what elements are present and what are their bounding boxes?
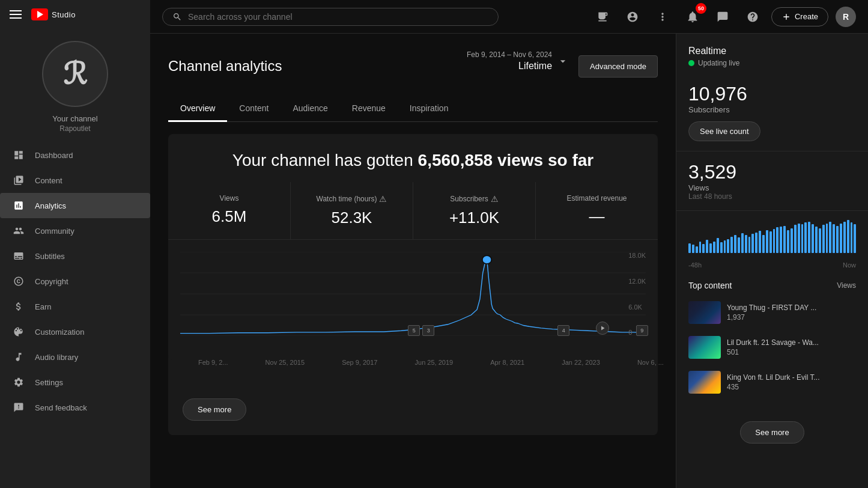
- bar-item: [808, 222, 810, 253]
- sidebar-item-analytics[interactable]: Analytics: [0, 193, 150, 218]
- content-item-3[interactable]: King Von ft. Lil Durk - Evil T... 435: [676, 365, 868, 400]
- sidebar-item-dashboard[interactable]: Dashboard: [0, 142, 150, 168]
- tab-inspiration[interactable]: Inspiration: [398, 96, 461, 122]
- svg-point-5: [482, 256, 492, 264]
- content-item-2[interactable]: Lil Durk ft. 21 Savage - Wa... 501: [676, 330, 868, 365]
- bar-item: [787, 230, 789, 254]
- see-more-button[interactable]: See more: [183, 398, 246, 421]
- chart-play-icon[interactable]: [596, 322, 609, 335]
- content-name-2: Lil Durk ft. 21 Savage - Wa...: [727, 338, 856, 347]
- channel-switcher-btn[interactable]: [591, 5, 614, 28]
- tab-revenue[interactable]: Revenue: [340, 96, 398, 122]
- analytics-header: Channel analytics Feb 9, 2014 – Nov 6, 2…: [168, 34, 658, 96]
- subscribers-info-icon[interactable]: ⚠: [491, 194, 499, 204]
- sidebar-item-label: Subtitles: [35, 252, 65, 261]
- live-indicator: [688, 60, 694, 66]
- stat-views: Views 6.5M: [168, 182, 291, 239]
- content-thumb-3: [688, 371, 721, 394]
- tab-audience[interactable]: Audience: [281, 96, 339, 122]
- bar-item: [773, 229, 775, 253]
- watch-time-info-icon[interactable]: ⚠: [379, 194, 387, 204]
- bar-item: [766, 230, 768, 254]
- bar-item: [688, 243, 691, 254]
- see-more-realtime-button[interactable]: See more: [740, 421, 804, 444]
- sidebar: Studio ℛ Your channel Rapoutlet Dashboar…: [0, 0, 150, 488]
- sidebar-item-customization[interactable]: Customization: [0, 319, 150, 344]
- views-realtime-label: Views: [688, 183, 856, 192]
- hamburger-icon[interactable]: [10, 10, 22, 19]
- top-content-title: Top content: [688, 281, 732, 290]
- bar-item: [762, 235, 765, 253]
- sidebar-item-label: Analytics: [35, 201, 66, 210]
- notifications-btn[interactable]: 50: [681, 5, 704, 28]
- bar-item: [734, 235, 736, 253]
- watch-time-value: 52.3K: [305, 209, 398, 227]
- bar-item: [815, 227, 818, 253]
- sidebar-item-label: Content: [35, 176, 62, 185]
- content-info-1: Young Thug - FIRST DAY ... 1,937: [727, 303, 856, 322]
- help-btn[interactable]: [741, 5, 764, 28]
- chevron-down-icon[interactable]: [557, 55, 569, 67]
- content-info-3: King Von ft. Lil Durk - Evil T... 435: [727, 373, 856, 391]
- hero-section: Your channel has gotten 6,560,858 views …: [168, 134, 658, 170]
- channel-icon-btn[interactable]: [621, 5, 644, 28]
- bar-item: [829, 222, 831, 253]
- sidebar-item-community[interactable]: Community: [0, 218, 150, 243]
- chart-thumbnails-3: 9: [636, 325, 648, 336]
- sidebar-item-label: Settings: [35, 378, 63, 387]
- yt-studio-logo[interactable]: Studio: [31, 8, 76, 20]
- bar-item: [699, 242, 702, 253]
- sidebar-item-settings[interactable]: Settings: [0, 370, 150, 395]
- analytics-chart: 18.0K 12.0K 6.0K 0 5 3 4 9: [168, 240, 658, 360]
- sidebar-item-earn[interactable]: Earn: [0, 294, 150, 319]
- sidebar-item-content[interactable]: Content: [0, 168, 150, 193]
- tab-content[interactable]: Content: [227, 96, 281, 122]
- user-avatar[interactable]: R: [836, 7, 856, 27]
- sidebar-item-subtitles[interactable]: Subtitles: [0, 243, 150, 269]
- bar-item: [769, 231, 772, 253]
- bar-item: [730, 237, 733, 254]
- top-content-header: Top content Views: [676, 271, 868, 295]
- feedback-icon: [12, 401, 25, 414]
- bar-item: [709, 243, 712, 254]
- create-label: Create: [795, 12, 818, 21]
- channel-handle: Rapoutlet: [59, 124, 90, 133]
- tab-overview[interactable]: Overview: [168, 96, 227, 122]
- bar-item: [812, 224, 814, 253]
- sidebar-item-label: Audio library: [35, 353, 78, 362]
- community-icon: [12, 224, 25, 237]
- chart-x-labels: Feb 9, 2... Nov 25, 2015 Sep 9, 2017 Jun…: [186, 354, 676, 371]
- see-more-section: See more: [168, 377, 658, 435]
- revenue-value: —: [550, 207, 643, 226]
- content-views-3: 435: [727, 383, 856, 391]
- sidebar-item-audio-library[interactable]: Audio library: [0, 344, 150, 370]
- comments-btn[interactable]: [711, 5, 734, 28]
- bar-item: [780, 227, 782, 253]
- bar-item: [759, 231, 761, 253]
- content-item-1[interactable]: Young Thug - FIRST DAY ... 1,937: [676, 295, 868, 330]
- main-content: Channel analytics Feb 9, 2014 – Nov 6, 2…: [150, 34, 676, 488]
- sidebar-item-label: Customization: [35, 328, 84, 337]
- advanced-mode-button[interactable]: Advanced mode: [578, 55, 658, 78]
- customization-icon: [12, 325, 25, 338]
- search-input[interactable]: [188, 12, 488, 22]
- bar-item: [696, 246, 698, 253]
- bar-item: [851, 222, 853, 253]
- earn-icon: [12, 300, 25, 313]
- copyright-icon: [12, 275, 25, 288]
- bar-item: [724, 240, 726, 253]
- search-box[interactable]: [162, 8, 499, 26]
- chart-svg: [180, 252, 646, 336]
- main-area: 50 Create R Channel analytics: [150, 0, 868, 488]
- create-button[interactable]: Create: [771, 7, 828, 26]
- avatar[interactable]: ℛ: [42, 41, 108, 107]
- subscribers-value: +11.0K: [428, 209, 521, 227]
- chart-thumbnails: 5 3: [408, 325, 434, 336]
- bar-item: [738, 237, 740, 253]
- more-options-btn[interactable]: [651, 5, 674, 28]
- sidebar-item-copyright[interactable]: Copyright: [0, 269, 150, 294]
- studio-label: Studio: [52, 10, 76, 19]
- see-live-count-button[interactable]: See live count: [688, 121, 760, 141]
- stat-revenue: Estimated revenue —: [536, 182, 658, 239]
- sidebar-item-feedback[interactable]: Send feedback: [0, 395, 150, 420]
